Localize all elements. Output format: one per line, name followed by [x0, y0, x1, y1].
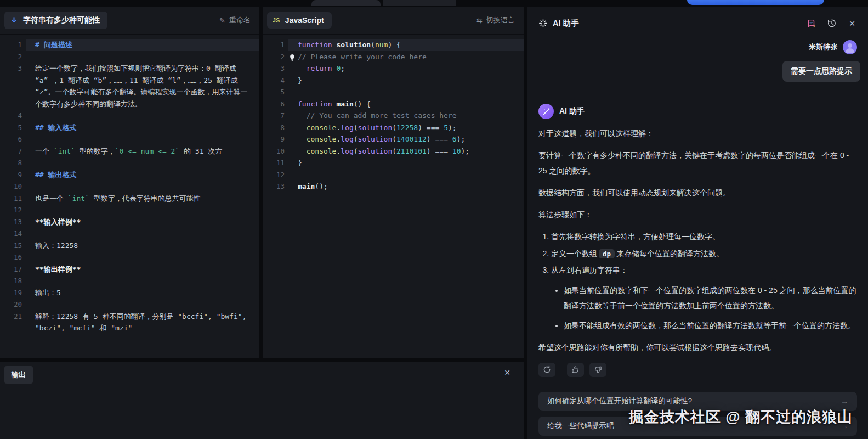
line-content	[26, 110, 259, 122]
swap-arrows-icon: ⇆	[476, 16, 483, 25]
assistant-name: AI 助手	[559, 106, 585, 116]
divider	[561, 366, 561, 374]
language-tab[interactable]: JS JavaScript	[267, 12, 332, 29]
editor-line: 4}	[263, 75, 524, 87]
editor-line: 3给定一个数字，我们按照如下规则把它翻译为字符串：0 翻译成 “a” ，1 翻译…	[0, 63, 259, 110]
line-content: 输入：12258	[26, 240, 259, 252]
editor-line: 2	[0, 51, 259, 63]
code-panel: JS JavaScript ⇆ 切换语言 1function solution(…	[263, 7, 524, 358]
thumbs-down-button[interactable]	[589, 363, 606, 377]
problem-panel-header: 字符串有多少种可能性 ✎ 重命名	[0, 7, 259, 35]
editor-line: 16	[0, 251, 259, 263]
editor-line: 8	[0, 157, 259, 169]
line-number: 16	[0, 251, 26, 263]
editor-line: 19输出：5	[0, 287, 259, 299]
algorithm-steps-list: 首先将数字转换为字符串，方便处理每一位数字。定义一个数组dp来存储每个位置的翻译…	[538, 229, 857, 278]
line-content: console.log(solution(1400112) === 6);	[288, 133, 524, 145]
switch-language-label: 切换语言	[486, 15, 515, 25]
top-blue-button-cropped	[687, 0, 824, 5]
code-editor[interactable]: 1function solution(num) {2// Please writ…	[263, 35, 524, 193]
problem-title-tab[interactable]: 字符串有多少种可能性	[4, 12, 107, 29]
ai-panel-header: AI 助手 ✕	[538, 7, 857, 29]
line-number: 13	[0, 216, 26, 228]
editor-line: 9 console.log(solution(1400112) === 6);	[263, 133, 524, 145]
editor-line: 2// Please write your code here	[263, 51, 524, 63]
line-content: 解释：12258 有 5 种不同的翻译，分别是 "bccfi", "bwfi",…	[26, 311, 259, 334]
line-content: function solution(num) {	[288, 39, 524, 51]
editor-line: 10 console.log(solution(2110101) === 10)…	[263, 145, 524, 157]
line-content: }	[288, 157, 524, 169]
line-number: 5	[0, 122, 26, 134]
new-chat-icon[interactable]	[807, 19, 816, 29]
algorithm-step: 首先将数字转换为字符串，方便处理每一位数字。	[551, 229, 857, 244]
line-number: 18	[0, 275, 26, 287]
editor-line: 4	[0, 110, 259, 122]
line-number: 11	[263, 157, 288, 169]
message-paragraph: 希望这个思路能对你有所帮助，你可以尝试根据这个思路去实现代码。	[538, 340, 857, 355]
history-icon[interactable]	[827, 19, 837, 29]
user-message-header: 米斯特张	[538, 40, 857, 54]
line-number: 10	[263, 145, 288, 157]
line-number: 6	[0, 133, 26, 145]
editor-line: 15输入：12258	[0, 240, 259, 252]
ai-panel-title: AI 助手	[553, 18, 579, 29]
watermark-text: 掘金技术社区 @ 翻不过的浪狼山	[629, 407, 853, 427]
line-content: **输入样例**	[26, 216, 259, 228]
line-number: 19	[0, 287, 26, 299]
editor-line: 11也是一个 `int` 型数字，代表字符串的总共可能性	[0, 193, 259, 205]
thumbs-up-button[interactable]	[567, 363, 584, 377]
editor-line: 21解释：12258 有 5 种不同的翻译，分别是 "bccfi", "bwfi…	[0, 311, 259, 334]
line-number: 2	[0, 51, 26, 63]
line-number: 1	[263, 39, 288, 51]
close-icon[interactable]: ✕	[847, 19, 857, 29]
close-icon[interactable]: ✕	[504, 368, 510, 377]
line-content: 输出：5	[26, 287, 259, 299]
line-number: 3	[0, 63, 26, 110]
regenerate-button[interactable]	[538, 363, 555, 377]
message-paragraph: 对于这道题，我们可以这样理解：	[538, 126, 857, 141]
message-paragraph: 要计算一个数字有多少种不同的翻译方法，关键在于考虑数字的每两位是否能组成一个在 …	[538, 148, 857, 178]
assistant-header: AI 助手	[538, 104, 857, 119]
editor-line: 14	[0, 228, 259, 240]
line-number: 4	[0, 110, 26, 122]
editor-line: 5## 输入格式	[0, 122, 259, 134]
line-content	[26, 181, 259, 193]
line-content: **输出样例**	[26, 263, 259, 275]
algorithm-step: 从左到右遍历字符串：	[551, 263, 857, 278]
switch-language-button[interactable]: ⇆ 切换语言	[476, 15, 515, 25]
editor-line: 3 return 0;	[263, 63, 524, 75]
line-number: 6	[263, 98, 288, 110]
line-number: 12	[0, 204, 26, 216]
line-number: 14	[0, 228, 26, 240]
line-number: 12	[263, 169, 288, 181]
editor-line: 8 console.log(solution(12258) === 5);	[263, 122, 524, 134]
editor-line: 12	[0, 204, 259, 216]
rename-label: 重命名	[229, 15, 251, 25]
line-number: 8	[0, 157, 26, 169]
line-number: 1	[0, 39, 26, 51]
line-number: 10	[0, 181, 26, 193]
lightbulb-icon[interactable]	[289, 53, 296, 61]
user-name: 米斯特张	[809, 42, 837, 52]
problem-title: 字符串有多少种可能性	[23, 15, 100, 25]
editor-line: 6function main() {	[263, 98, 524, 110]
markdown-editor[interactable]: 1# 问题描述23给定一个数字，我们按照如下规则把它翻译为字符串：0 翻译成 “…	[0, 35, 259, 334]
rename-button[interactable]: ✎ 重命名	[219, 15, 251, 25]
arrow-right-icon: →	[841, 397, 848, 406]
algorithm-bullet: 如果当前位置的数字和下一个位置的数字组成的两位数在 0 - 25 之间，那么当前…	[564, 283, 857, 313]
line-content: console.log(solution(2110101) === 10);	[288, 145, 524, 157]
ai-avatar	[538, 104, 554, 119]
pencil-icon: ✎	[219, 16, 225, 25]
line-content: ## 输出格式	[26, 169, 259, 181]
line-number: 7	[0, 145, 26, 157]
line-content: return 0;	[288, 63, 524, 75]
line-number: 9	[0, 169, 26, 181]
line-content: console.log(solution(12258) === 5);	[288, 122, 524, 134]
line-content	[26, 275, 259, 287]
download-arrow-icon	[10, 16, 18, 25]
sparkle-icon	[538, 19, 548, 28]
line-content: 也是一个 `int` 型数字，代表字符串的总共可能性	[26, 193, 259, 205]
editor-line: 6	[0, 133, 259, 145]
output-tab[interactable]: 输出	[4, 366, 33, 384]
ai-assistant-panel: AI 助手 ✕ 米斯特张	[527, 7, 868, 439]
